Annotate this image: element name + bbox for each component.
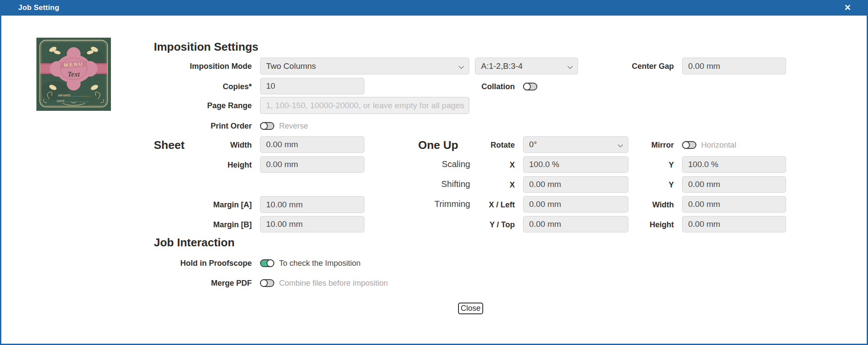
close-button[interactable]: Close	[458, 303, 483, 314]
hold-in-proofscope-label: Hold in Proofscope	[143, 259, 252, 268]
collation-toggle[interactable]	[523, 83, 537, 90]
scaling-x-label: X	[450, 161, 515, 169]
margin-a-label: Margin [A]	[143, 200, 252, 209]
copies-input[interactable]	[260, 78, 364, 94]
thumb-mrmrs-line: MR/MRS ......................	[58, 94, 90, 97]
trim-x-left-label: X / Left	[450, 200, 515, 209]
sheet-height-label: Height	[143, 161, 252, 169]
scaling-y-label: Y	[609, 161, 674, 169]
close-icon[interactable]: ✕	[840, 0, 855, 16]
shifting-y-input[interactable]	[682, 176, 786, 193]
job-interaction-heading: Job Interaction	[154, 236, 234, 249]
imposition-mode-value: Two Columns	[266, 61, 316, 71]
dialog-titlebar: Job Setting ✕	[0, 0, 868, 16]
job-preview-thumbnail: MENU Text MR/MRS ...................... …	[36, 38, 111, 111]
mirror-toggle[interactable]	[682, 141, 696, 149]
imposition-settings-heading: Imposition Settings	[154, 40, 258, 54]
dialog-title: Job Setting	[18, 0, 59, 16]
hold-in-proofscope-toggle[interactable]	[260, 259, 274, 267]
chevron-down-icon	[458, 61, 464, 71]
sheet-width-input[interactable]	[260, 136, 364, 153]
shifting-y-label: Y	[609, 181, 674, 189]
mirror-option-text: Horizontal	[701, 141, 736, 149]
merge-pdf-toggle[interactable]	[260, 279, 274, 287]
imposition-scheme-value: A:1-2,B:3-4	[481, 61, 523, 71]
shifting-x-label: X	[450, 181, 515, 189]
job-setting-dialog: Job Setting ✕ MENU Text MR/	[0, 0, 868, 345]
trim-y-top-label: Y / Top	[450, 220, 515, 229]
thumb-script-text: Text	[68, 71, 80, 78]
trim-height-label: Height	[609, 220, 674, 229]
collation-label: Collation	[406, 82, 515, 91]
trim-width-input[interactable]	[682, 196, 786, 213]
print-order-toggle[interactable]	[260, 122, 274, 130]
center-gap-input[interactable]	[682, 58, 786, 74]
margin-b-label: Margin [B]	[143, 220, 252, 229]
mirror-label: Mirror	[609, 141, 674, 149]
imposition-scheme-select[interactable]: A:1-2,B:3-4	[475, 58, 578, 74]
merge-option-text: Combine files before imposition	[279, 279, 388, 287]
hold-option-text: To check the Imposition	[279, 259, 361, 268]
center-gap-label: Center Gap	[566, 62, 674, 71]
page-range-input[interactable]	[260, 97, 469, 114]
trim-height-input[interactable]	[682, 216, 786, 232]
scaling-y-input[interactable]	[682, 156, 786, 173]
rotate-value: 0°	[529, 140, 537, 149]
thumb-date-line: DATE ...........................	[57, 100, 88, 103]
imposition-mode-select[interactable]: Two Columns	[260, 58, 469, 74]
margin-a-input[interactable]	[260, 196, 364, 213]
print-order-option-text: Reverse	[279, 122, 308, 130]
sheet-height-input[interactable]	[260, 156, 364, 173]
imposition-mode-label: Imposition Mode	[143, 62, 252, 71]
merge-pdf-label: Merge PDF	[143, 279, 252, 287]
page-range-label: Page Range	[143, 101, 252, 110]
print-order-label: Print Order	[143, 122, 252, 130]
sheet-width-label: Width	[143, 141, 252, 149]
trim-width-label: Width	[609, 200, 674, 209]
copies-label: Copies*	[143, 82, 252, 91]
margin-b-input[interactable]	[260, 216, 364, 232]
rotate-label: Rotate	[450, 141, 515, 149]
